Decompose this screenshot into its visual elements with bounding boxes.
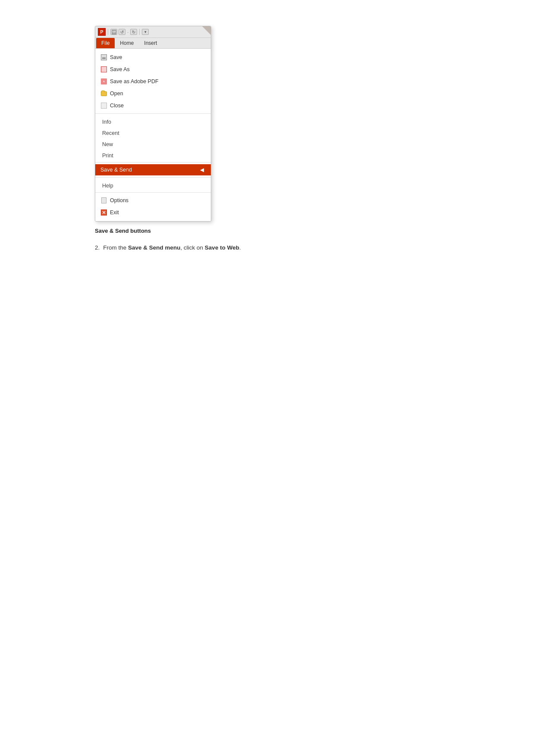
- instruction-text-1: From the: [103, 244, 128, 251]
- ribbon-tabs: File Home Insert: [95, 38, 211, 49]
- tab-insert[interactable]: Insert: [139, 38, 162, 48]
- menu-item-print[interactable]: Print: [95, 149, 211, 160]
- menu-divider-1: [95, 113, 211, 114]
- list-item: 2. From the Save & Send menu, click on S…: [95, 244, 241, 252]
- more-button[interactable]: ▾: [142, 29, 149, 35]
- file-menu: Save Save As A Save as Adobe PDF: [95, 49, 211, 221]
- exit-icon: [100, 209, 107, 216]
- instruction-text-2: , click on: [181, 244, 205, 251]
- menu-item-save-pdf[interactable]: A Save as Adobe PDF: [95, 75, 211, 87]
- menu-item-save-send[interactable]: Save & Send ◀: [95, 164, 211, 175]
- menu-item-save[interactable]: Save: [95, 51, 211, 63]
- pdf-icon: A: [100, 78, 107, 85]
- menu-item-open[interactable]: Open: [95, 87, 211, 100]
- page-container: P ↺ - ↻ ▾ File Home: [95, 26, 535, 252]
- open-icon: [100, 90, 107, 97]
- corner-fold: [202, 26, 211, 35]
- menu-item-save-as[interactable]: Save As: [95, 63, 211, 75]
- menu-item-info[interactable]: Info: [95, 116, 211, 127]
- menu-item-options[interactable]: Options: [95, 194, 211, 206]
- list-number: 2.: [95, 244, 100, 252]
- menu-item-recent[interactable]: Recent: [95, 127, 211, 138]
- submenu-arrow: ◀: [200, 167, 204, 173]
- tab-file[interactable]: File: [96, 38, 115, 48]
- title-bar: P ↺ - ↻ ▾: [95, 26, 211, 38]
- save-as-icon: [100, 66, 107, 73]
- menu-item-help[interactable]: Help: [95, 179, 211, 191]
- tab-home[interactable]: Home: [115, 38, 139, 48]
- instruction-step-2: 2. From the Save & Send menu, click on S…: [95, 244, 241, 252]
- menu-item-close[interactable]: Close: [95, 100, 211, 112]
- menu-divider-4: [95, 192, 211, 193]
- menu-divider-3: [95, 177, 211, 178]
- undo-separator: -: [127, 30, 128, 34]
- redo-button[interactable]: ↻: [130, 29, 137, 35]
- caption: Save & Send buttons: [95, 228, 151, 234]
- save-icon: [100, 54, 107, 61]
- instruction-body: From the Save & Send menu, click on Save…: [103, 244, 241, 252]
- menu-item-new[interactable]: New: [95, 138, 211, 149]
- undo-button[interactable]: ↺: [119, 29, 125, 35]
- close-icon: [100, 102, 107, 109]
- menu-item-exit[interactable]: Exit: [95, 206, 211, 219]
- svg-rect-1: [113, 32, 116, 34]
- save-toolbar-button[interactable]: [110, 29, 117, 35]
- toolbar-separator: [108, 29, 108, 35]
- powerpoint-icon: P: [98, 28, 106, 36]
- toolbar-separator-2: [139, 29, 140, 35]
- powerpoint-window: P ↺ - ↻ ▾ File Home: [95, 26, 211, 222]
- options-icon: [100, 197, 107, 204]
- svg-rect-2: [113, 30, 115, 31]
- menu-divider-2: [95, 162, 211, 162]
- instruction-bold-1: Save & Send menu: [128, 244, 181, 251]
- instruction-text-3: .: [239, 244, 241, 251]
- instruction-bold-2: Save to Web: [205, 244, 239, 251]
